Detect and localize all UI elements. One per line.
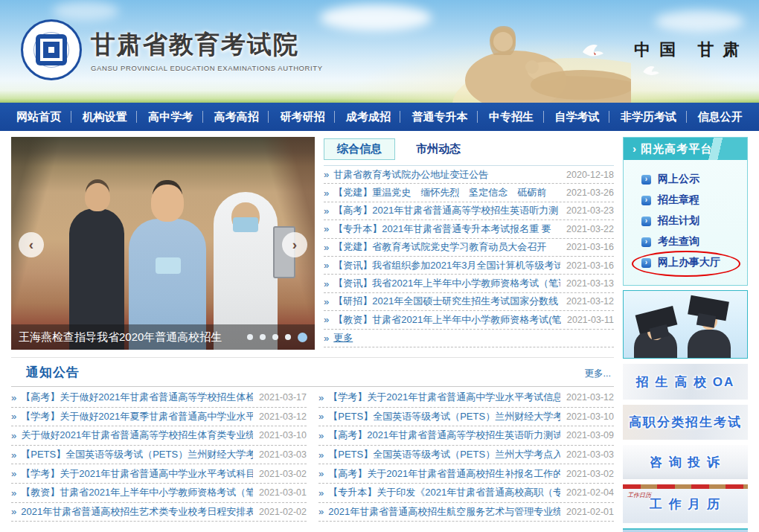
notice-link[interactable]: 【PETS】全国英语等级考试（PETS）兰州财经大学考点入 bbox=[328, 410, 560, 423]
cloud-decoration bbox=[52, 1, 119, 21]
nav-item-info-disclosure[interactable]: 信息公开 bbox=[691, 103, 750, 131]
double-arrow-icon: » bbox=[11, 430, 16, 441]
sidebar-link-admission-plan[interactable]: 招生计划 bbox=[658, 214, 699, 228]
notice-link[interactable]: 2021年甘肃省普通高校招生航空服务艺术与管理专业统 bbox=[328, 505, 560, 519]
arrow-square-icon bbox=[641, 237, 651, 247]
sidebar-link-online-service-hall[interactable]: 网上办事大厅 bbox=[658, 256, 720, 269]
notice-link[interactable]: 【PETS】全国英语等级考试（PETS）兰州大学考点入检须 bbox=[328, 448, 560, 461]
notice-link[interactable]: 2021年甘肃省普通高校招生艺术类专业校考日程安排表 bbox=[21, 505, 253, 519]
nav-item-adult-exam[interactable]: 成考成招 bbox=[339, 103, 398, 131]
work-calendar-small-label: 工作日历 bbox=[627, 491, 651, 499]
notice-link[interactable]: 关于做好2021年甘肃省普通高等学校招生体育类专业统 bbox=[21, 429, 253, 442]
nav-item-upgrade[interactable]: 普通专升本 bbox=[404, 103, 475, 131]
notice-link[interactable]: 【高考】关于2021年甘肃省普通高校招生补报名工作的 bbox=[328, 467, 560, 481]
news-link[interactable]: 【资讯】我省2021年上半年中小学教师资格考试（笔试 bbox=[333, 277, 560, 290]
news-link[interactable]: 【高考】2021年甘肃省普通高等学校招生英语听力测 bbox=[333, 204, 560, 217]
news-date: 2021-03-22 bbox=[566, 224, 614, 234]
news-link[interactable]: 甘肃省教育考试院办公地址变迁公告 bbox=[333, 168, 560, 182]
notice-link[interactable]: 【学考】关于做好2021年夏季甘肃省普通高中学业水平 bbox=[21, 410, 253, 423]
news-date: 2021-03-13 bbox=[566, 278, 614, 289]
news-row: »【专升本】2021年甘肃省普通专升本考试报名重 要2021-03-22 bbox=[324, 220, 614, 238]
banner-admission-oa[interactable]: 招 生 高 校 OA bbox=[623, 364, 748, 400]
notice-date: 2021-02-04 bbox=[566, 487, 614, 498]
notice-row: »【PETS】全国英语等级考试（PETS）兰州财经大学考点入2021-03-10 bbox=[318, 408, 614, 427]
dove-icon bbox=[641, 64, 661, 77]
site-logo[interactable] bbox=[21, 19, 82, 80]
nav-item-postgraduate[interactable]: 研考研招 bbox=[272, 103, 332, 131]
nav-item-secondary[interactable]: 中专招生 bbox=[481, 103, 541, 131]
banner-work-calendar[interactable]: 工作日历 工 作 月 历 bbox=[623, 484, 748, 523]
notice-link[interactable]: 【PETS】全国英语等级考试（PETS）兰州财经大学考点入 bbox=[21, 448, 253, 461]
notice-date: 2021-03-09 bbox=[566, 430, 614, 440]
graduation-cap-icon bbox=[635, 306, 678, 334]
region-label: 中国 甘肃 bbox=[634, 39, 749, 61]
news-link[interactable]: 【党建】省教育考试院党史学习教育动员大会召开 bbox=[333, 240, 560, 254]
banner-partial-clipped[interactable] bbox=[623, 528, 748, 532]
news-date: 2021-03-16 bbox=[566, 242, 614, 252]
arrow-square-icon bbox=[641, 175, 651, 185]
carousel-photo[interactable] bbox=[11, 137, 315, 350]
notice-link[interactable]: 【学考】关于2021年甘肃省普通高中学业水平考试信息 bbox=[328, 391, 560, 404]
double-arrow-icon: » bbox=[318, 449, 324, 461]
logo-emblem-icon bbox=[21, 19, 82, 80]
banner-vocational-classified-exam[interactable]: 高职分类招生考试 bbox=[623, 405, 748, 440]
sidebar-link-online-publicity[interactable]: 网上公示 bbox=[658, 173, 699, 186]
nav-item-home[interactable]: 网站首页 bbox=[9, 103, 68, 131]
sidebar-link-candidate-query[interactable]: 考生查询 bbox=[658, 235, 699, 249]
news-link[interactable]: 【研招】2021年全国硕士研究生招生考试国家分数线 bbox=[333, 295, 560, 308]
sidebar: 阳光高考平台 网上公示 招生章程 招生计划 考生查询 网上办事大厅 招 生 高 … bbox=[623, 137, 748, 532]
carousel-dot-4[interactable] bbox=[285, 334, 291, 340]
notices-right-column: »【学考】关于2021年甘肃省普通高中学业水平考试信息2021-03-12 »【… bbox=[318, 388, 614, 522]
news-more-row: »更多 bbox=[324, 330, 614, 347]
double-arrow-icon: » bbox=[318, 506, 324, 517]
carousel-dot-5-active[interactable] bbox=[298, 333, 307, 342]
notice-row: »【学考】关于做好2021年夏季甘肃省普通高中学业水平2021-03-12 bbox=[11, 408, 307, 427]
notice-link[interactable]: 【学考】关于2021年甘肃省普通高中学业水平考试科目 bbox=[21, 467, 253, 481]
double-arrow-icon: » bbox=[324, 169, 329, 180]
double-arrow-icon: » bbox=[11, 487, 16, 499]
double-arrow-icon: » bbox=[318, 392, 324, 403]
site-subtitle: GANSU PROVINCIAL EDUCATION EXAMINATIONS … bbox=[91, 64, 323, 72]
carousel-next-button[interactable] bbox=[282, 232, 307, 257]
nav-item-highschool-exam[interactable]: 高中学考 bbox=[141, 103, 200, 131]
news-more-link[interactable]: 更多 bbox=[333, 331, 353, 344]
notice-row: »【教资】甘肃省2021年上半年中小学教师资格考试（笔试2021-03-01 bbox=[11, 484, 307, 503]
news-link[interactable]: 【党建】重温党史 缅怀先烈 坚定信念 砥砺前 bbox=[333, 186, 560, 199]
notice-link[interactable]: 【高考】2021年甘肃省普通高等学校招生英语听力测试 bbox=[328, 429, 560, 442]
carousel-dot-3[interactable] bbox=[272, 334, 278, 340]
nav-item-organization[interactable]: 机构设置 bbox=[75, 103, 135, 131]
notice-row: »关于做好2021年甘肃省普通高等学校招生体育类专业统2021-03-10 bbox=[11, 426, 307, 446]
tab-general-info[interactable]: 综合信息 bbox=[324, 138, 395, 160]
double-arrow-icon: » bbox=[324, 188, 329, 199]
carousel-dot-1[interactable] bbox=[247, 334, 253, 340]
double-arrow-icon: » bbox=[324, 223, 329, 234]
graduates-image[interactable] bbox=[623, 290, 748, 359]
notices-more-link[interactable]: 更多... bbox=[585, 368, 611, 380]
double-arrow-icon: » bbox=[11, 449, 16, 461]
banner-consultation-complaints[interactable]: 咨 询 投 诉 bbox=[623, 445, 748, 479]
carousel-prev-button[interactable] bbox=[19, 232, 44, 257]
cloud-decoration bbox=[320, 4, 432, 31]
notice-row: »【学考】关于2021年甘肃省普通高中学业水平考试信息2021-03-12 bbox=[318, 388, 614, 408]
carousel-caption[interactable]: 王海燕检查指导我省2020年普通高校招生 bbox=[19, 330, 243, 344]
notice-link[interactable]: 【专升本】关于印发《2021年甘肃省普通高校高职（专科 bbox=[328, 486, 560, 499]
notice-row: »2021年甘肃省普通高校招生航空服务艺术与管理专业统2021-02-01 bbox=[318, 503, 614, 522]
news-date: 2020-12-18 bbox=[566, 170, 614, 180]
news-link[interactable]: 【专升本】2021年甘肃省普通专升本考试报名重 要 bbox=[333, 222, 560, 236]
news-link[interactable]: 【教资】甘肃省2021年上半年中小学教师资格考试(笔 bbox=[333, 313, 561, 327]
notice-date: 2021-03-10 bbox=[566, 411, 614, 422]
notice-link[interactable]: 【教资】甘肃省2021年上半年中小学教师资格考试（笔试 bbox=[21, 486, 253, 499]
nav-item-gaokao[interactable]: 高考高招 bbox=[207, 103, 266, 131]
nav-item-non-academic[interactable]: 非学历考试 bbox=[613, 103, 684, 131]
dove-icon bbox=[580, 42, 606, 58]
news-row: »【高考】2021年甘肃省普通高等学校招生英语听力测2021-03-23 bbox=[324, 202, 614, 220]
highlighted-link-row: 网上办事大厅 bbox=[641, 252, 747, 273]
notice-link[interactable]: 【高考】关于做好2021年甘肃省普通高等学校招生体检 bbox=[21, 391, 253, 404]
sidebar-link-admission-charter[interactable]: 招生章程 bbox=[658, 193, 699, 207]
carousel-dot-2[interactable] bbox=[260, 334, 266, 340]
nav-item-self-study[interactable]: 自学考试 bbox=[548, 103, 607, 131]
mother-statue-graphic bbox=[445, 16, 631, 103]
double-arrow-icon: » bbox=[318, 468, 324, 479]
news-link[interactable]: 【资讯】我省组织参加2021年3月全国计算机等级考试 bbox=[333, 259, 560, 272]
tab-city-news[interactable]: 市州动态 bbox=[414, 139, 462, 159]
